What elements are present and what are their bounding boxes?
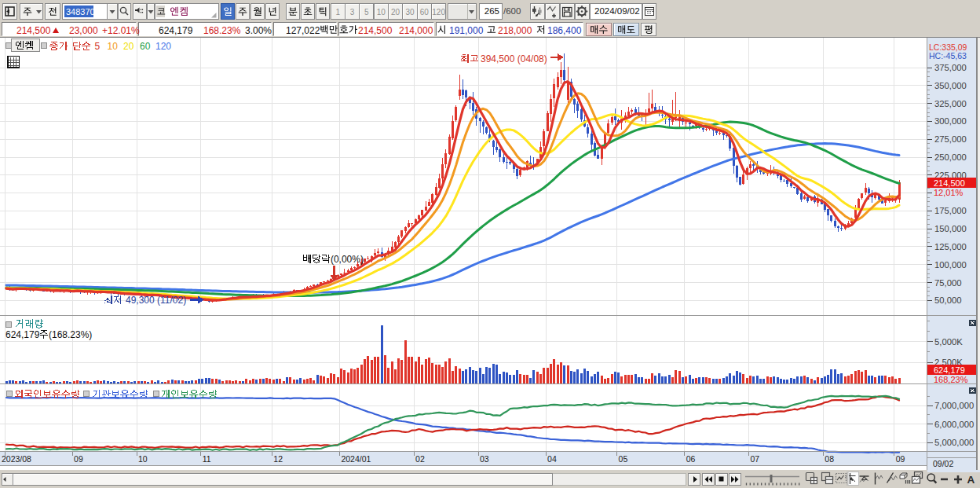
svg-text:12: 12 [273,454,283,464]
svg-text:09: 09 [74,454,83,464]
svg-text:02: 02 [415,454,425,464]
svg-text:125,000: 125,000 [934,242,967,251]
svg-text:(0,00%): (0,00%) [331,254,364,265]
svg-text:2023/08: 2023/08 [2,454,31,464]
svg-text:09/02: 09/02 [933,459,953,468]
svg-text:275,000: 275,000 [934,134,967,144]
svg-text:350,000: 350,000 [934,81,967,90]
svg-text:6,000,000: 6,000,000 [934,420,974,429]
svg-text:325,000: 325,000 [934,99,967,108]
svg-text:2024/01: 2024/01 [341,454,371,464]
svg-text:10: 10 [108,41,119,52]
svg-text:150,000: 150,000 [934,224,967,233]
svg-text:5,000,000: 5,000,000 [934,438,974,447]
svg-text:100,000: 100,000 [934,260,967,270]
svg-text:11: 11 [203,454,211,464]
svg-text:375,000: 375,000 [934,63,967,72]
svg-text:20: 20 [123,41,134,52]
svg-text:394,500 (04/08): 394,500 (04/08) [481,53,547,64]
svg-text:168,23%: 168,23% [934,375,968,384]
svg-text:120: 120 [155,41,171,52]
svg-text:03: 03 [480,454,489,464]
svg-text:624,179: 624,179 [934,365,965,375]
svg-text:5: 5 [95,41,101,52]
svg-text:175,000: 175,000 [934,206,967,215]
svg-text:08: 08 [825,454,834,464]
svg-text:HC:-45,63: HC:-45,63 [929,51,967,61]
svg-text:7,000,000: 7,000,000 [934,401,974,410]
svg-text:624,179: 624,179 [5,329,40,340]
svg-text:75,000: 75,000 [934,278,962,288]
svg-text:05: 05 [619,454,628,464]
svg-text:06: 06 [686,454,696,464]
svg-text:49,300 (11/02): 49,300 (11/02) [126,295,186,306]
svg-text:300,000: 300,000 [934,116,967,126]
svg-text:10: 10 [138,454,148,464]
svg-text:214,500: 214,500 [934,178,965,188]
svg-text:250,000: 250,000 [934,152,967,162]
svg-text:04: 04 [547,454,557,464]
svg-text:50,000: 50,000 [934,295,962,305]
svg-text:07: 07 [751,454,760,464]
svg-text:09: 09 [896,454,905,464]
svg-text:5,000K: 5,000K [934,337,963,347]
svg-text:(168.23%): (168.23%) [49,329,92,340]
svg-text:60: 60 [140,41,151,52]
svg-text:12,01%: 12,01% [934,188,964,197]
